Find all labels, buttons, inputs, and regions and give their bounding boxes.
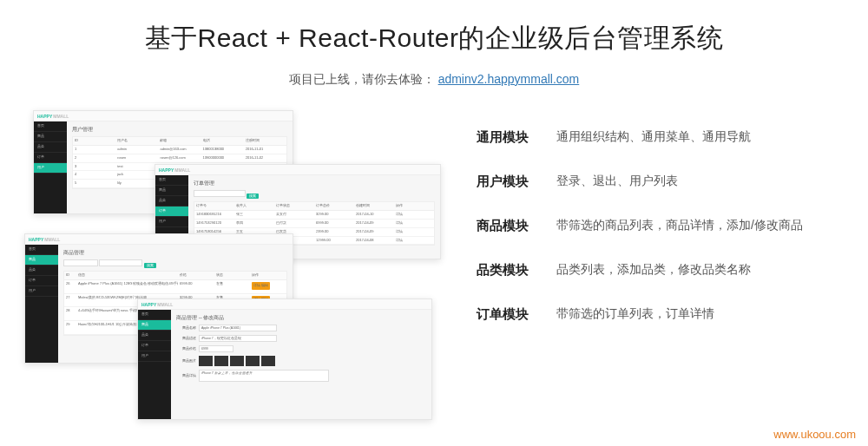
side-item: 订单 [138, 341, 171, 351]
thumb1-sidebar: 首页 商品 品类 订单 用户 [34, 121, 67, 213]
side-item: 用户 [25, 286, 58, 297]
img-thumb [230, 356, 244, 366]
thumb4-sidebar: 首页 商品 品类 订单 用户 [138, 310, 171, 419]
thumb1-crumb: 用户管理 [72, 127, 287, 133]
feature-row: 订单模块 带筛选的订单列表，订单详情 [477, 306, 844, 323]
subtitle: 项目已上线，请你去体验： adminv2.happymmall.com [0, 72, 868, 88]
search-btn: 搜索 [247, 193, 259, 199]
input-detail: iPhone 7 新款上市，性能全面提升 [199, 370, 329, 382]
label-name: 商品名称 [176, 326, 199, 331]
product-images [199, 356, 275, 366]
side-item: 订单 [34, 153, 67, 163]
feature-title: 商品模块 [477, 218, 556, 234]
logo-b: MMALL [174, 167, 190, 173]
side-item: 用户 [155, 217, 188, 227]
side-item: 订单 [25, 276, 58, 286]
feature-title: 用户模块 [477, 174, 556, 190]
side-item: 商品 [155, 186, 188, 196]
feature-row: 用户模块 登录、退出、用户列表 [477, 174, 844, 190]
side-item: 品类 [25, 266, 58, 276]
img-thumb [246, 356, 260, 366]
feature-row: 商品模块 带筛选的商品列表，商品详情，添加/修改商品 [477, 218, 844, 234]
page-title: 基于React + React-Router的企业级后台管理系统 [0, 21, 868, 56]
side-item: 商品 [34, 132, 67, 142]
side-item-active: 用户 [34, 163, 67, 174]
label-detail: 商品详情 [176, 374, 199, 378]
label-desc: 商品描述 [176, 337, 199, 341]
logo-b: MMALL [157, 302, 173, 307]
input-name: Apple iPhone 7 Plus (A1661) [199, 325, 277, 331]
logo-b: MMALL [44, 237, 60, 242]
side-item: 首页 [25, 245, 58, 255]
subtitle-prefix: 项目已上线，请你去体验： [289, 72, 435, 86]
side-item: 品类 [34, 142, 67, 153]
side-item-active: 订单 [155, 207, 188, 217]
label-price: 商品价格 [176, 347, 199, 351]
input-desc: iPhone 7，现更以红色呈现 [199, 335, 277, 342]
logo-a: HAPPY [141, 302, 156, 307]
side-item: 用户 [138, 351, 171, 362]
thumb3-sidebar: 首页 商品 品类 订单 用户 [25, 245, 58, 363]
feature-list: 通用模块 通用组织结构、通用菜单、通用导航 用户模块 登录、退出、用户列表 商品… [450, 112, 844, 433]
feature-row: 品类模块 品类列表，添加品类，修改品类名称 [477, 262, 844, 279]
logo-a: HAPPY [29, 237, 43, 242]
demo-link[interactable]: adminv2.happymmall.com [438, 72, 580, 86]
logo-a: HAPPY [37, 114, 52, 119]
side-item-active: 商品 [25, 255, 58, 266]
side-item: 品类 [155, 196, 188, 207]
thumb3-crumb: 商品管理 [63, 250, 287, 256]
input-price: 6999 [199, 345, 233, 352]
feature-desc: 通用组织结构、通用菜单、通用导航 [556, 129, 751, 146]
feature-title: 品类模块 [477, 262, 556, 279]
thumb2-crumb: 订单管理 [194, 180, 435, 187]
label-img: 商品图片 [176, 359, 199, 364]
img-thumb [199, 356, 213, 366]
feature-desc: 登录、退出、用户列表 [556, 174, 678, 190]
side-item: 首页 [138, 310, 171, 320]
feature-desc: 品类列表，添加品类，修改品类名称 [556, 262, 751, 279]
feature-title: 通用模块 [477, 129, 556, 146]
feature-desc: 带筛选的商品列表，商品详情，添加/修改商品 [556, 218, 803, 234]
img-thumb [214, 356, 228, 366]
side-item: 首页 [155, 175, 188, 186]
side-item: 首页 [34, 121, 67, 132]
feature-desc: 带筛选的订单列表，订单详情 [556, 306, 714, 323]
img-thumb [261, 356, 275, 366]
feature-row: 通用模块 通用组织结构、通用菜单、通用导航 [477, 129, 844, 146]
side-item: 品类 [138, 331, 171, 341]
watermark: www.ukoou.com [773, 428, 856, 441]
side-item-active: 商品 [138, 320, 171, 331]
logo-a: HAPPY [159, 167, 174, 173]
feature-title: 订单模块 [477, 306, 556, 323]
thumb-product-edit: HAPPYMMALL 首页 商品 品类 订单 用户 商品管理 -- 修改商品 商… [137, 298, 432, 420]
screenshot-collage: HAPPYMMALL 首页 商品 品类 订单 用户 用户管理 ID用户名邮箱电话… [24, 112, 450, 433]
logo-b: MMALL [53, 114, 69, 119]
thumb4-crumb: 商品管理 -- 修改商品 [176, 315, 426, 321]
search-btn: 搜索 [144, 263, 156, 268]
